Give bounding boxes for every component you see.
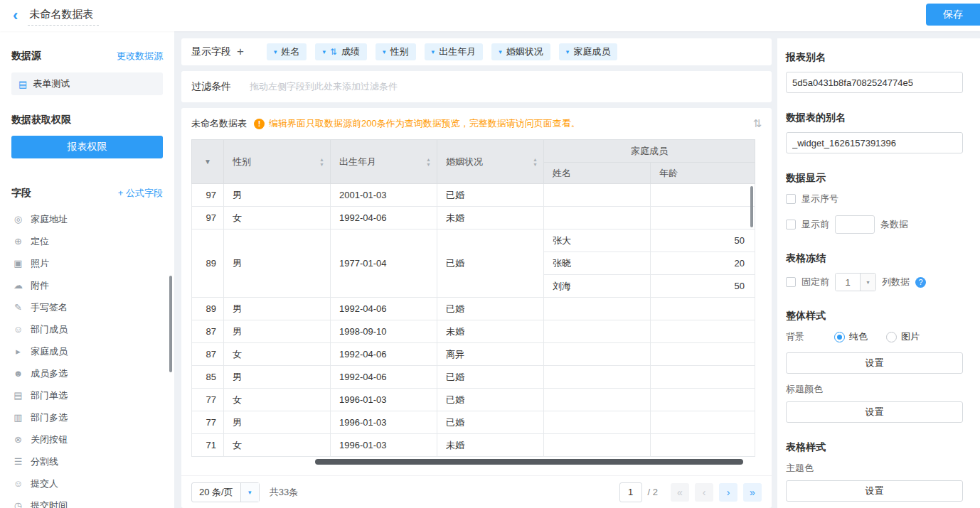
table-body: 97男2001-01-03已婚97女1992-04-06未婚89男1977-01… (192, 184, 755, 457)
field-label: 提交人 (31, 477, 58, 490)
back-icon[interactable]: ‹ (13, 8, 18, 23)
table-cell: 2001-01-03 (331, 184, 437, 207)
field-item[interactable]: ✎手写签名 (11, 296, 163, 318)
field-item[interactable]: ▤部门单选 (11, 384, 163, 406)
table-title: 未命名数据表 (191, 117, 247, 130)
bg-image-radio[interactable]: 图片 (886, 330, 920, 343)
display-field-chips: ▾姓名▾⇅成绩▾性别▾出生年月▾婚姻状况▾家庭成员 (267, 43, 617, 60)
birth-header-label: 出生年月 (339, 156, 376, 167)
sort-arrows-icon[interactable]: ▲▼ (319, 157, 324, 167)
field-item[interactable]: ☻成员多选 (11, 362, 163, 384)
column-select-header[interactable]: ▼ (192, 140, 224, 184)
freeze-count-select[interactable]: 1 ▾ (835, 273, 876, 291)
marriage-column-header[interactable]: 婚姻状况 ▲▼ (437, 140, 544, 184)
background-set-button[interactable]: 设置 (786, 352, 963, 374)
display-fields-card: 显示字段 + ▾姓名▾⇅成绩▾性别▾出生年月▾婚姻状况▾家庭成员 (181, 38, 772, 65)
table-footer: 20 条/页 ▾ 共33条 1 / 2 « ‹ › » (181, 475, 772, 508)
current-page-input[interactable]: 1 (619, 482, 642, 502)
field-item[interactable]: ◷提交时间 (11, 495, 163, 508)
display-field-chip[interactable]: ▾出生年月 (425, 43, 484, 60)
table-cell (651, 389, 755, 411)
sort-order-icon[interactable]: ⇅ (752, 117, 762, 130)
sort-arrows-icon[interactable]: ▲▼ (533, 157, 538, 167)
freeze-suffix: 列数据 (882, 276, 910, 288)
page-title[interactable]: 未命名数据表 (28, 6, 99, 26)
left-scrollbar[interactable] (169, 276, 172, 372)
photo-icon: ▣ (13, 258, 23, 269)
table-row: 77女1996-01-03已婚 (192, 389, 755, 411)
field-item[interactable]: ☁附件 (11, 274, 163, 296)
member-age-header: 年龄 (651, 163, 755, 184)
filter-card[interactable]: 过滤条件 拖动左侧字段到此处来添加过滤条件 (181, 71, 772, 102)
sort-applied-icon: ⇅ (330, 47, 337, 57)
display-field-chip[interactable]: ▾家庭成员 (559, 43, 618, 60)
chip-label: 出生年月 (439, 45, 476, 58)
freeze-prefix: 固定前 (801, 276, 829, 288)
title-color-set-button[interactable]: 设置 (786, 401, 963, 423)
hscroll-thumb[interactable] (315, 459, 743, 465)
field-item[interactable]: ▣照片 (11, 252, 163, 274)
field-label: 照片 (31, 257, 49, 270)
field-item[interactable]: ☺提交人 (11, 472, 163, 495)
field-item[interactable]: ☰分割线 (11, 450, 163, 472)
first-page-button[interactable]: « (671, 483, 689, 502)
table-cell: 87 (192, 343, 224, 366)
display-field-chip[interactable]: ▾婚姻状况 (491, 43, 550, 60)
display-field-chip[interactable]: ▾性别 (376, 43, 416, 60)
birth-column-header[interactable]: 出生年月 ▲▼ (331, 140, 437, 184)
table-cell: 男 (224, 298, 331, 320)
table-cell: 张大 (544, 229, 651, 252)
filter-placeholder: 拖动左侧字段到此处来添加过滤条件 (250, 80, 398, 93)
table-cell: 1992-04-06 (331, 207, 437, 229)
change-datasource-link[interactable]: 更改数据源 (117, 50, 163, 63)
table-cell (544, 298, 651, 320)
bg-solid-label: 纯色 (849, 330, 868, 343)
field-item[interactable]: ◎家庭地址 (11, 208, 163, 230)
display-field-chip[interactable]: ▾姓名 (267, 43, 307, 60)
field-label: 关闭按钮 (31, 433, 68, 446)
table-vertical-scrollbar[interactable] (750, 186, 753, 227)
field-label: 手写签名 (31, 301, 68, 314)
field-item[interactable]: ▸家庭成员 (11, 340, 163, 362)
next-page-button[interactable]: › (719, 483, 737, 502)
table-alias-input[interactable] (786, 132, 963, 153)
title-color-label: 标题颜色 (786, 383, 963, 396)
radio-selected-icon (834, 332, 845, 342)
prev-page-button[interactable]: ‹ (695, 483, 713, 502)
show-index-checkbox[interactable] (786, 194, 796, 204)
show-first-checkbox[interactable] (786, 220, 796, 229)
help-icon[interactable]: ? (915, 277, 926, 288)
page-size-value: 20 条/页 (192, 483, 240, 502)
field-label: 附件 (31, 279, 49, 292)
report-alias-input[interactable] (786, 72, 963, 93)
fields-title: 字段 (11, 187, 31, 200)
add-field-icon[interactable]: + (237, 45, 244, 59)
top-bar: ‹ 未命名数据表 保存 (0, 0, 980, 31)
caret-down-icon: ▼ (204, 158, 211, 166)
datasource-item[interactable]: ▤ 表单测试 (11, 72, 163, 95)
field-item[interactable]: ▥部门多选 (11, 406, 163, 428)
display-field-chip[interactable]: ▾⇅成绩 (315, 43, 367, 60)
gender-column-header[interactable]: 性别 ▲▼ (224, 140, 331, 184)
settings-panel: 报表别名 数据表的别名 数据显示 显示序号 显示前 条数据 表格冻结 固定前 1… (777, 38, 980, 508)
dept-member-icon: ☺ (13, 324, 23, 335)
field-item[interactable]: ⊕定位 (11, 230, 163, 252)
table-cell: 未婚 (437, 434, 544, 457)
last-page-button[interactable]: » (743, 483, 762, 502)
bg-solid-radio[interactable]: 纯色 (834, 330, 868, 343)
warning-icon: ! (254, 119, 265, 129)
save-button[interactable]: 保存 (926, 4, 980, 26)
field-item[interactable]: ⊗关闭按钮 (11, 428, 163, 450)
freeze-checkbox[interactable] (786, 277, 796, 287)
page-size-select[interactable]: 20 条/页 ▾ (191, 482, 260, 502)
show-first-count-input[interactable] (835, 215, 875, 234)
chip-label: 家庭成员 (573, 45, 610, 58)
field-item[interactable]: ☺部门成员 (11, 318, 163, 340)
chevron-down-icon: ▾ (499, 48, 502, 55)
report-permission-button[interactable]: 报表权限 (11, 136, 163, 158)
table-cell (544, 366, 651, 389)
formula-field-link[interactable]: + 公式字段 (118, 187, 163, 200)
theme-color-set-button[interactable]: 设置 (786, 480, 963, 502)
data-table: ▼ 性别 ▲▼ 出生年月 ▲▼ 婚姻状况 ▲▼ (191, 139, 755, 457)
sort-arrows-icon[interactable]: ▲▼ (426, 157, 431, 167)
